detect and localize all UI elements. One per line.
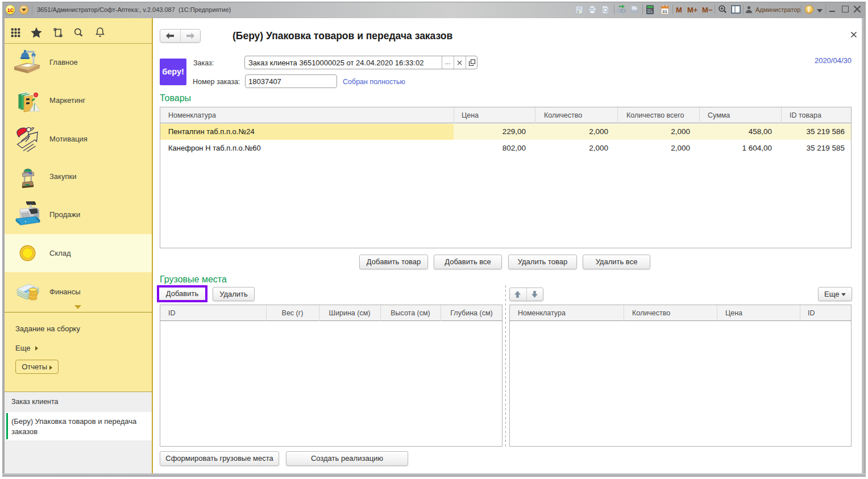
svg-text:31: 31 (662, 9, 667, 14)
